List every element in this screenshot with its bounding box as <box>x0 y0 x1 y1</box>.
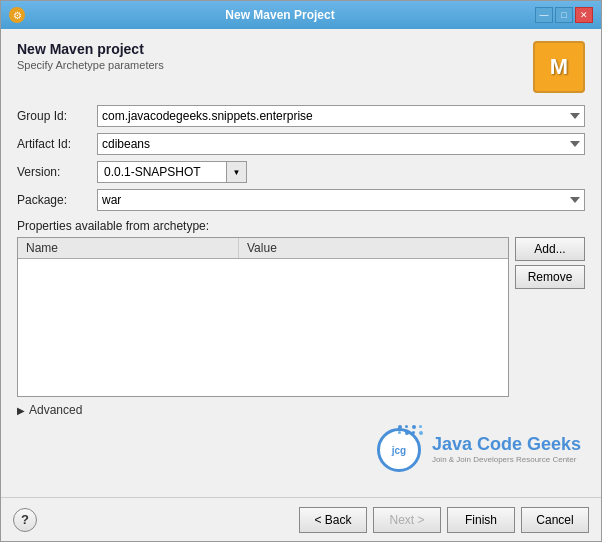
properties-table: Name Value <box>18 238 508 329</box>
brand-text: Java Code Geeks Join & Join Developers R… <box>432 435 581 464</box>
remove-button[interactable]: Remove <box>515 265 585 289</box>
advanced-section[interactable]: ▶ Advanced <box>17 403 585 417</box>
brand-subtitle: Join & Join Developers Resource Center <box>432 455 577 465</box>
window-title: New Maven Project <box>25 8 535 22</box>
footer-left: ? <box>13 508 37 532</box>
properties-table-wrapper: Name Value <box>17 237 509 397</box>
jcg-logo-container: jcg <box>374 425 424 475</box>
col-name-header: Name <box>18 238 239 259</box>
window-icon: ⚙ <box>9 7 25 23</box>
footer-buttons: < Back Next > Finish Cancel <box>299 507 589 533</box>
content-area: New Maven project Specify Archetype para… <box>1 29 601 497</box>
branding-section: jcg Java Code Geeks Join & Join Develope… <box>17 425 585 475</box>
maximize-button[interactable]: □ <box>555 7 573 23</box>
page-title: New Maven project <box>17 41 533 57</box>
cancel-button[interactable]: Cancel <box>521 507 589 533</box>
properties-section: Name Value Add... Remove <box>17 237 585 397</box>
table-row <box>18 273 508 287</box>
table-row <box>18 287 508 301</box>
jcg-logo-text: jcg <box>392 445 406 456</box>
gear-icon: ⚙ <box>13 10 22 21</box>
col-value-header: Value <box>239 238 509 259</box>
version-row: Version: ▼ <box>17 161 585 183</box>
back-button[interactable]: < Back <box>299 507 367 533</box>
finish-button[interactable]: Finish <box>447 507 515 533</box>
decorative-dots <box>398 425 424 435</box>
close-button[interactable]: ✕ <box>575 7 593 23</box>
properties-buttons: Add... Remove <box>515 237 585 397</box>
artifact-id-input[interactable]: cdibeans <box>97 133 585 155</box>
help-button[interactable]: ? <box>13 508 37 532</box>
maven-logo: M <box>533 41 585 93</box>
next-button[interactable]: Next > <box>373 507 441 533</box>
properties-label: Properties available from archetype: <box>17 219 585 233</box>
table-row <box>18 259 508 274</box>
group-id-input[interactable]: com.javacodegeeks.snippets.enterprise <box>97 105 585 127</box>
header-text: New Maven project Specify Archetype para… <box>17 41 533 71</box>
window-controls: — □ ✕ <box>535 7 593 23</box>
version-label: Version: <box>17 165 97 179</box>
advanced-label[interactable]: Advanced <box>29 403 82 417</box>
artifact-id-row: Artifact Id: cdibeans <box>17 133 585 155</box>
add-button[interactable]: Add... <box>515 237 585 261</box>
minimize-button[interactable]: — <box>535 7 553 23</box>
version-dropdown-button[interactable]: ▼ <box>227 161 247 183</box>
artifact-id-label: Artifact Id: <box>17 137 97 151</box>
footer: ? < Back Next > Finish Cancel <box>1 497 601 541</box>
package-label: Package: <box>17 193 97 207</box>
group-id-row: Group Id: com.javacodegeeks.snippets.ent… <box>17 105 585 127</box>
title-bar: ⚙ New Maven Project — □ ✕ <box>1 1 601 29</box>
version-input-wrapper: ▼ <box>97 161 247 183</box>
table-row <box>18 315 508 329</box>
table-row <box>18 301 508 315</box>
group-id-label: Group Id: <box>17 109 97 123</box>
page-subtitle: Specify Archetype parameters <box>17 59 533 71</box>
version-input[interactable] <box>97 161 227 183</box>
main-window: ⚙ New Maven Project — □ ✕ New Maven proj… <box>0 0 602 542</box>
brand-name: Java Code Geeks <box>432 435 581 455</box>
package-row: Package: war <box>17 189 585 211</box>
form-section: Group Id: com.javacodegeeks.snippets.ent… <box>17 105 585 211</box>
header-section: New Maven project Specify Archetype para… <box>17 41 585 93</box>
package-input[interactable]: war <box>97 189 585 211</box>
advanced-arrow: ▶ <box>17 405 25 416</box>
